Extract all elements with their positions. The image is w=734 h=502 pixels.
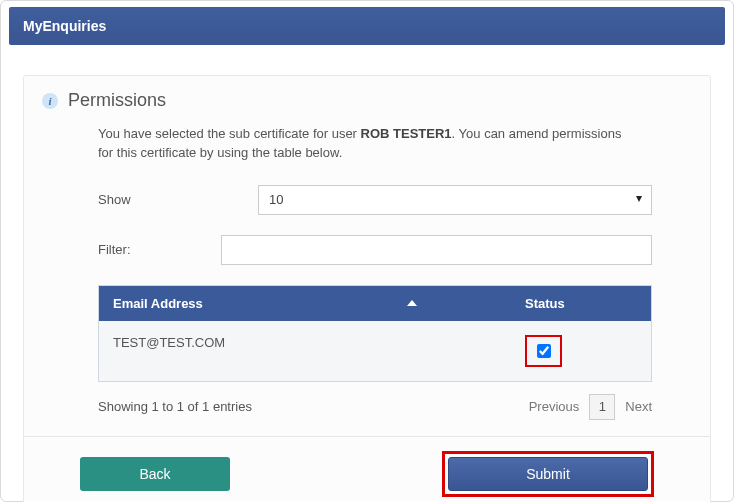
info-icon: i [42,93,58,109]
cell-status [511,321,651,381]
pagination: Showing 1 to 1 of 1 entries Previous 1 N… [98,394,652,420]
pager-page-1[interactable]: 1 [589,394,615,420]
section-header: i Permissions [42,90,692,111]
show-select-wrap: 10 [258,185,652,215]
table-head: Email Address Status [99,286,651,321]
sort-asc-icon [407,300,417,306]
col-status-header[interactable]: Status [511,286,651,321]
pager-controls: Previous 1 Next [529,394,652,420]
col-status-label: Status [525,296,565,311]
show-label: Show [98,192,258,207]
filter-label: Filter: [98,242,221,257]
pager-next[interactable]: Next [625,399,652,414]
cell-email: TEST@TEST.COM [99,321,511,381]
intro-user: ROB TESTER1 [361,126,452,141]
controls: Show 10 Filter: Email Address [98,185,652,420]
intro-prefix: You have selected the sub certificate fo… [98,126,361,141]
pager-info: Showing 1 to 1 of 1 entries [98,399,529,414]
footer-actions: Back Submit [24,436,710,502]
app-title: MyEnquiries [23,18,106,34]
col-email-label: Email Address [113,296,203,311]
status-highlight [525,335,562,367]
main-panel: i Permissions You have selected the sub … [23,75,711,502]
row-show: Show 10 [98,185,652,215]
filter-input[interactable] [221,235,652,265]
intro-text: You have selected the sub certificate fo… [98,125,638,163]
back-button[interactable]: Back [80,457,230,491]
col-email-header[interactable]: Email Address [99,286,511,321]
app-window: MyEnquiries i Permissions You have selec… [0,0,734,502]
status-checkbox[interactable] [537,344,551,358]
row-filter: Filter: [98,235,652,265]
submit-highlight: Submit [442,451,654,497]
permissions-table: Email Address Status TEST@TEST.COM [98,285,652,382]
pager-prev[interactable]: Previous [529,399,580,414]
title-bar: MyEnquiries [9,7,725,45]
section-title: Permissions [68,90,166,111]
show-select[interactable]: 10 [258,185,652,215]
table-row: TEST@TEST.COM [99,321,651,381]
submit-button[interactable]: Submit [448,457,648,491]
